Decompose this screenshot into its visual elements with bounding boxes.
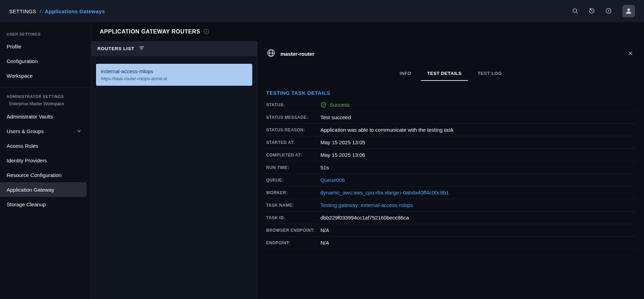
row-value: N/A <box>320 240 329 246</box>
main-content: APPLICATION GATEWAY ROUTERS ⓘ ROUTERS LI… <box>91 22 644 299</box>
user-avatar[interactable] <box>622 5 635 17</box>
row-label: QUEUE: <box>266 178 320 183</box>
row-label: RUN TIME: <box>266 165 320 170</box>
detail-row-completed-at: COMPLETED AT: May 15 2025 13:06 <box>266 149 636 161</box>
row-label: WORKER: <box>266 190 320 195</box>
sidebar-item-users-groups[interactable]: Users & Groups <box>0 124 91 138</box>
sidebar-item-identity-providers[interactable]: Identity Providers <box>0 153 91 168</box>
search-icon <box>572 7 579 15</box>
sidebar-item-label: Application Gateway <box>7 187 54 193</box>
queue-link[interactable]: Queue006 <box>320 177 345 183</box>
row-value: 51s <box>320 164 329 170</box>
help-icon: ? <box>605 7 612 15</box>
tab-test-details[interactable]: TEST DETAILS <box>421 66 468 81</box>
sidebar-item-label: Users & Groups <box>7 128 44 134</box>
detail-row-status-message: STATUS MESSAGE: Test succeed <box>266 111 636 124</box>
sidebar-item-access-rules[interactable]: Access Rules <box>0 138 91 153</box>
close-icon <box>627 50 634 58</box>
detail-row-browser-endpoint: BROWSER ENDPOINT: N/A <box>266 224 636 237</box>
breadcrumb-separator: / <box>40 8 41 14</box>
detail-row-status-reason: STATUS REASON: Application was able to c… <box>266 124 636 136</box>
status-badge: Success <box>320 102 350 108</box>
history-icon <box>588 7 595 15</box>
sidebar-item-configuration[interactable]: Configuration <box>0 54 91 68</box>
detail-row-status: STATUS: Success <box>266 99 636 111</box>
close-button[interactable] <box>626 49 635 58</box>
row-value: May 15 2025 13:06 <box>320 152 365 158</box>
sidebar-item-label: Profile <box>7 44 22 49</box>
row-label: ENDPOINT: <box>266 240 320 245</box>
topbar-actions: ? <box>571 5 635 17</box>
tab-test-log[interactable]: TEST LOG <box>471 66 508 81</box>
chevron-down-icon <box>76 128 82 134</box>
detail-rows: STATUS: Success <box>266 99 636 249</box>
user-icon <box>625 7 633 16</box>
admin-workspace-name: Enterprise-Master Workspace <box>0 101 91 109</box>
router-url: https://task-router-mlops-acme.ai <box>101 76 247 81</box>
svg-text:?: ? <box>607 9 610 13</box>
panes: ROUTERS LIST external-access-mlops <box>91 41 644 299</box>
globe-icon <box>267 48 276 59</box>
detail-body: TESTING TASK DETAILS STATUS: <box>257 81 644 249</box>
check-circle-icon <box>320 102 327 108</box>
sidebar-item-resource-configuration[interactable]: Resource Configuration <box>0 168 91 182</box>
row-value: Application was able to communicate with… <box>320 127 454 133</box>
sidebar-item-label: Storage Cleanup <box>7 201 46 207</box>
router-list-item[interactable]: external-access-mlops https://task-route… <box>96 64 252 86</box>
routers-list-pane: ROUTERS LIST external-access-mlops <box>91 41 257 299</box>
detail-header: master-router <box>257 41 644 66</box>
router-detail-title: master-router <box>280 51 315 57</box>
sidebar-item-application-gateway[interactable]: Application Gateway <box>0 182 87 197</box>
page-title: APPLICATION GATEWAY ROUTERS <box>100 29 200 35</box>
sidebar-item-administrator-vaults[interactable]: Administrator Vaults <box>0 109 91 124</box>
history-button[interactable] <box>588 7 596 15</box>
sidebar-item-label: Configuration <box>7 58 38 64</box>
task-name-link[interactable]: Testing gateway: external-access-mlops <box>320 202 413 208</box>
help-button[interactable]: ? <box>604 7 613 15</box>
row-label: STATUS REASON: <box>266 128 320 132</box>
worker-link[interactable]: dynamic_aws:aws_cpu:r6a.xlarge:i-0abda40… <box>320 190 449 196</box>
sidebar-item-label: Identity Providers <box>7 158 47 163</box>
router-detail-pane: master-router INFO TEST DETAILS <box>257 41 644 299</box>
row-value: Test succeed <box>320 114 351 120</box>
router-name: external-access-mlops <box>101 68 247 74</box>
row-value: dbb229f033994cc1af752160becc86ca <box>320 215 409 221</box>
sidebar-item-profile[interactable]: Profile <box>0 39 91 54</box>
row-label: STATUS: <box>266 102 320 107</box>
breadcrumb: SETTINGS / Applications Gateways <box>9 8 105 14</box>
row-value: May 15 2025 13:05 <box>320 139 365 145</box>
breadcrumb-settings[interactable]: SETTINGS <box>9 8 36 14</box>
filter-icon[interactable] <box>138 45 145 52</box>
row-value: N/A <box>320 227 329 233</box>
routers-list-title: ROUTERS LIST <box>97 46 134 51</box>
detail-tabs: INFO TEST DETAILS TEST LOG <box>257 66 644 81</box>
detail-row-worker: WORKER: dynamic_aws:aws_cpu:r6a.xlarge:i… <box>266 186 636 199</box>
user-settings-label: USER SETTINGS <box>0 29 91 39</box>
detail-row-endpoint: ENDPOINT: N/A <box>266 237 636 249</box>
sidebar-divider <box>0 87 91 87</box>
tab-info[interactable]: INFO <box>393 66 418 81</box>
settings-sidebar: USER SETTINGS Profile Configuration Work… <box>0 22 91 299</box>
search-button[interactable] <box>571 7 579 15</box>
detail-row-task-name: TASK NAME: Testing gateway: external-acc… <box>266 199 636 212</box>
routers-items: external-access-mlops https://task-route… <box>91 56 257 93</box>
routers-list-header: ROUTERS LIST <box>91 41 257 56</box>
app-root: SETTINGS / Applications Gateways <box>0 0 644 299</box>
section-title: TESTING TASK DETAILS <box>266 90 636 96</box>
page-header: APPLICATION GATEWAY ROUTERS ⓘ <box>91 22 644 41</box>
info-icon[interactable]: ⓘ <box>204 29 209 34</box>
detail-row-queue: QUEUE: Queue006 <box>266 174 636 186</box>
sidebar-item-workspace[interactable]: Workspace <box>0 68 91 83</box>
row-label: STARTED AT: <box>266 140 320 145</box>
sidebar-item-label: Workspace <box>7 73 33 79</box>
detail-row-task-id: TASK ID: dbb229f033994cc1af752160becc86c… <box>266 212 636 224</box>
breadcrumb-current: Applications Gateways <box>45 8 105 14</box>
detail-row-started-at: STARTED AT: May 15 2025 13:05 <box>266 136 636 149</box>
row-label: TASK NAME: <box>266 203 320 208</box>
sidebar-item-storage-cleanup[interactable]: Storage Cleanup <box>0 197 91 212</box>
topbar: SETTINGS / Applications Gateways <box>0 0 644 22</box>
status-text: Success <box>330 102 350 108</box>
row-label: COMPLETED AT: <box>266 153 320 158</box>
sidebar-item-label: Access Rules <box>7 143 38 149</box>
admin-settings-label: ADMINISTRATOR SETTINGS <box>0 91 91 101</box>
